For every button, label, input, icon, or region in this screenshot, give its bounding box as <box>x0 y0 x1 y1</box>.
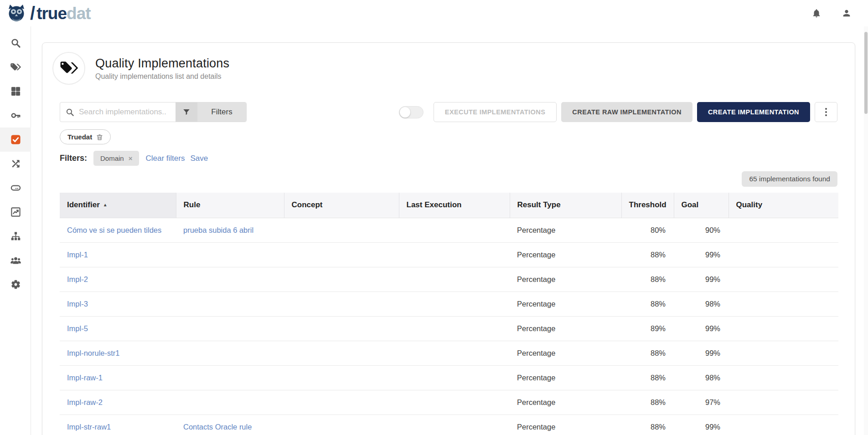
tag-chip-label: Truedat <box>67 133 92 141</box>
column-header-quality[interactable]: Quality <box>728 193 838 218</box>
rule-link[interactable]: prueba subida 6 abril <box>183 226 253 234</box>
cell-identifier: Impl-5 <box>60 316 176 341</box>
create-implementation-button[interactable]: CREATE IMPLEMENTATION <box>697 102 810 122</box>
users-icon <box>10 255 21 266</box>
kebab-dot <box>825 111 827 113</box>
toolbar: Filters EXECUTE IMPLEMENTATIONS CREATE R… <box>60 102 837 122</box>
table-row: Impl-5Percentage89%99% <box>60 316 838 341</box>
filter-funnel-button[interactable] <box>176 102 197 122</box>
create-raw-implementation-button[interactable]: CREATE RAW IMPLEMENTATION <box>561 102 692 122</box>
logo-wordmark: truedat <box>36 5 90 22</box>
active-tag-row: Truedat <box>60 129 837 144</box>
column-header-identifier[interactable]: Identifier▲ <box>60 193 176 218</box>
identifier-link[interactable]: Impl-norule-str1 <box>67 349 120 357</box>
identifier-link[interactable]: Impl-raw-2 <box>67 398 103 406</box>
more-options-button[interactable] <box>815 102 837 122</box>
cell-rule <box>176 390 284 415</box>
cell-rule: prueba subida 6 abril <box>176 218 284 242</box>
cell-last_execution <box>399 242 510 267</box>
cell-threshold: 88% <box>621 267 674 292</box>
sidebar-item-dashboards[interactable] <box>0 79 31 103</box>
sidebar-item-quality[interactable] <box>0 128 31 152</box>
page-title: Quality Implementations <box>95 56 229 71</box>
column-header-last-execution[interactable]: Last Execution <box>399 193 510 218</box>
cell-result_type: Percentage <box>510 267 621 292</box>
column-header-result-type[interactable]: Result Type <box>510 193 621 218</box>
identifier-link[interactable]: Cómo ve si se pueden tildes <box>67 226 161 234</box>
clear-filters-link[interactable]: Clear filters <box>145 154 185 163</box>
sidebar-item-data-sources[interactable] <box>0 176 31 200</box>
cell-rule <box>176 365 284 390</box>
sidebar-item-insights[interactable] <box>0 200 31 224</box>
search-input[interactable] <box>79 107 170 117</box>
cell-threshold: 80% <box>621 218 674 242</box>
sidebar-item-settings[interactable] <box>0 272 31 297</box>
cell-result_type: Percentage <box>510 242 621 267</box>
column-header-rule[interactable]: Rule <box>176 193 284 218</box>
save-filters-link[interactable]: Save <box>190 154 208 163</box>
column-header-threshold[interactable]: Threshold <box>621 193 674 218</box>
scrollbar-thumb[interactable] <box>864 32 868 114</box>
filters-row: Filters: Domain × Clear filters Save <box>60 151 837 166</box>
implementations-table: Identifier▲ Rule Concept Last Execution … <box>60 193 838 435</box>
truedat-logo[interactable]: / truedat <box>6 3 91 23</box>
cell-goal: 98% <box>674 365 728 390</box>
kebab-dot <box>825 108 827 110</box>
column-header-goal[interactable]: Goal <box>674 193 728 218</box>
table-body: Cómo ve si se pueden tildesprueba subida… <box>60 218 838 435</box>
notifications-bell-icon[interactable] <box>811 8 822 18</box>
filters-label: Filters: <box>60 154 87 163</box>
sidebar-item-structures[interactable] <box>0 224 31 248</box>
cell-last_execution <box>399 390 510 415</box>
execute-toggle[interactable] <box>399 106 424 118</box>
check-square-icon <box>10 134 21 145</box>
cell-result_type: Percentage <box>510 390 621 415</box>
sidebar-item-permissions[interactable] <box>0 103 31 128</box>
identifier-link[interactable]: Impl-2 <box>67 275 88 283</box>
sidebar-item-users[interactable] <box>0 248 31 272</box>
cell-rule <box>176 267 284 292</box>
cell-concept <box>284 242 399 267</box>
cell-quality <box>728 267 838 292</box>
table-row: Impl-norule-str1Percentage88%99% <box>60 341 838 365</box>
table-row: Cómo ve si se pueden tildesprueba subida… <box>60 218 838 242</box>
trash-icon[interactable] <box>96 133 103 141</box>
identifier-link[interactable]: Impl-3 <box>67 300 88 308</box>
cell-identifier: Impl-2 <box>60 267 176 292</box>
gear-icon <box>10 279 21 290</box>
rule-link[interactable]: Contacts Oracle rule <box>183 423 252 431</box>
sidebar-item-lineage[interactable] <box>0 152 31 176</box>
sidebar-item-search[interactable] <box>0 31 31 55</box>
cell-quality <box>728 292 838 316</box>
cell-quality <box>728 341 838 365</box>
identifier-link[interactable]: Impl-1 <box>67 251 88 259</box>
filters-button[interactable]: Filters <box>197 102 246 122</box>
table-row: Impl-2Percentage88%99% <box>60 267 838 292</box>
column-header-concept[interactable]: Concept <box>284 193 399 218</box>
logo-slash: / <box>30 4 35 22</box>
truedat-tag-chip[interactable]: Truedat <box>60 129 111 144</box>
cell-threshold: 89% <box>621 316 674 341</box>
cell-goal: 90% <box>674 218 728 242</box>
execute-implementations-button[interactable]: EXECUTE IMPLEMENTATIONS <box>434 102 557 122</box>
cell-result_type: Percentage <box>510 316 621 341</box>
domain-filter-chip[interactable]: Domain × <box>93 151 139 166</box>
user-account-icon[interactable] <box>842 8 852 18</box>
page-header: Quality Implementations Quality implemen… <box>52 52 837 85</box>
cell-concept <box>284 218 399 242</box>
identifier-link[interactable]: Impl-str-raw1 <box>67 423 111 431</box>
sidebar-item-tags[interactable] <box>0 55 31 79</box>
table-header-row: Identifier▲ Rule Concept Last Execution … <box>60 193 838 218</box>
table-row: Impl-3Percentage88%98% <box>60 292 838 316</box>
page-scrollbar[interactable] <box>864 26 868 435</box>
cell-concept <box>284 390 399 415</box>
cell-identifier: Impl-str-raw1 <box>60 415 176 435</box>
cell-concept <box>284 292 399 316</box>
identifier-link[interactable]: Impl-raw-1 <box>67 374 103 382</box>
cell-threshold: 88% <box>621 341 674 365</box>
remove-filter-icon[interactable]: × <box>129 154 133 162</box>
cell-concept <box>284 341 399 365</box>
cell-identifier: Impl-3 <box>60 292 176 316</box>
cell-last_execution <box>399 218 510 242</box>
identifier-link[interactable]: Impl-5 <box>67 324 88 333</box>
